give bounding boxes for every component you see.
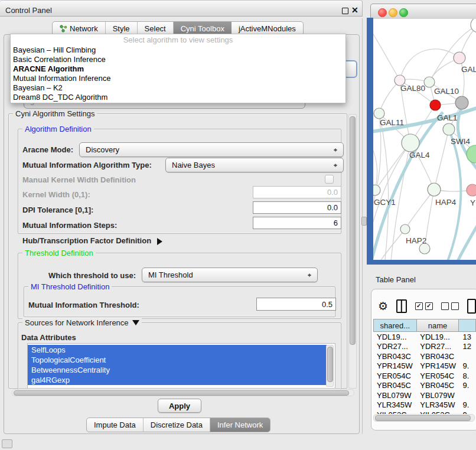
node-gray[interactable] [455, 96, 468, 109]
kernel-width-field[interactable]: 0.0 [253, 186, 341, 198]
control-panel-titlebar [0, 0, 363, 17]
network-edge[interactable] [434, 129, 449, 190]
bottom-tabstrip: Impute DataDiscretize DataInfer Network [86, 418, 270, 432]
aracne-mode-combo[interactable]: Discovery [79, 142, 344, 157]
table-cell: YPR145W [373, 361, 416, 370]
zoom-traffic-icon[interactable] [399, 8, 408, 17]
network-window-titlebar[interactable] [370, 4, 476, 20]
table-row[interactable]: YLR345WYLR345W9. [373, 400, 476, 410]
node-hap2[interactable] [400, 224, 410, 234]
attributes-list-scrollbar[interactable] [326, 345, 334, 387]
attribute-list-item[interactable]: SelfLoops [28, 345, 330, 355]
node-pink[interactable] [467, 184, 476, 196]
table-column-header[interactable]: name [417, 319, 459, 332]
tab-infer-network[interactable]: Infer Network [210, 418, 270, 432]
mi-steps-label: Mutual Information Steps: [22, 221, 117, 230]
tab-discretize-data[interactable]: Discretize Data [144, 418, 210, 432]
minimize-traffic-icon[interactable] [389, 8, 397, 17]
collapse-down-icon[interactable] [132, 320, 139, 329]
table-row[interactable]: YBR045CYBR045C9. [373, 381, 476, 391]
data-attributes-list[interactable]: SelfLoopsTopologicalCoefficientBetweenne… [27, 343, 335, 389]
attribute-list-item[interactable]: BetweennessCentrality [28, 365, 330, 375]
tab-label: Impute Data [94, 420, 136, 429]
tab-impute-data[interactable]: Impute Data [87, 418, 144, 432]
deselect-all-checkboxes-icon[interactable] [441, 302, 459, 310]
table-column-header[interactable]: shared... [373, 319, 417, 332]
dpi-tolerance-label: DPI Tolerance [0,1]: [22, 206, 93, 214]
node-gal4-label: GAL4 [409, 151, 430, 159]
collapsed-panel-icon[interactable] [2, 439, 12, 448]
close-traffic-icon[interactable] [378, 8, 387, 17]
float-window-icon[interactable] [342, 8, 348, 14]
which-threshold-combo[interactable]: MI Threshold [142, 268, 318, 282]
table-row[interactable]: YER054CYER054C8. [373, 371, 476, 381]
node-gal1[interactable] [430, 100, 441, 110]
apply-button[interactable]: Apply [158, 399, 201, 413]
table-cell: YLR345W [416, 400, 459, 409]
settings-horizontal-scrollbar[interactable] [12, 389, 354, 396]
close-icon[interactable]: ✕ [351, 5, 358, 15]
network-edge[interactable] [400, 49, 459, 80]
dropdown-item[interactable]: Basic Correlation Inference [11, 55, 345, 64]
hub-expander[interactable]: Hub/Transcription Factor Definition [22, 236, 166, 245]
table-horizontal-scrollbar[interactable] [373, 414, 475, 422]
dropdown-item[interactable]: Mutual Information Inference [11, 74, 345, 83]
document-icon[interactable] [467, 299, 476, 314]
combo-spinner-icon [333, 162, 338, 169]
node-unlabeled-bottom[interactable] [419, 243, 430, 254]
dropdown-item[interactable]: Dream8 DC_TDC Algorithm [11, 93, 345, 102]
node-gal4[interactable] [402, 134, 419, 152]
settings-vertical-scrollbar[interactable] [348, 114, 357, 389]
node-gal10[interactable] [424, 77, 435, 87]
network-edge[interactable] [405, 190, 434, 229]
table-cell: YDR27... [373, 342, 416, 351]
tab-label: Infer Network [217, 420, 263, 429]
control-panel-title: Control Panel [5, 6, 52, 15]
manual-kernel-checkbox[interactable] [325, 175, 334, 184]
dropdown-item[interactable]: Bayesian – Hill Climbing [11, 45, 345, 55]
table-cell: YLR345W [373, 400, 416, 409]
table-row[interactable]: YPR145WYPR145W9. [373, 361, 476, 371]
network-edge[interactable] [379, 80, 400, 113]
mi-threshold-field[interactable]: 0.5 [256, 298, 336, 311]
node-pink-label: Y [470, 198, 475, 207]
network-edge-highlighted[interactable] [458, 217, 476, 260]
sources-title-label: Sources for Network Inference [25, 318, 129, 327]
mi-steps-field[interactable]: 6 [253, 217, 341, 229]
attribute-list-item[interactable]: gal4RGexp [28, 375, 330, 385]
table-cell: 9. [459, 381, 476, 390]
split-columns-icon[interactable] [396, 299, 407, 313]
table-header-row: shared...name [373, 319, 476, 332]
dpi-tolerance-field[interactable]: 0.0 [253, 201, 341, 214]
dropdown-item[interactable]: Bayesian – K2 [11, 83, 345, 93]
table-row[interactable]: YDL19...YDL19...13 [373, 332, 476, 342]
table-cell: YBL079W [416, 391, 459, 400]
mi-type-combo[interactable]: Naive Bayes [165, 158, 344, 172]
split-pane-handle[interactable] [361, 217, 367, 226]
network-edge[interactable] [373, 30, 400, 80]
attribute-list-item[interactable]: TopologicalCoefficient [28, 355, 330, 365]
table-row[interactable]: YDR27...YDR27...12 [373, 342, 476, 352]
table-column-header[interactable] [459, 319, 476, 332]
manual-kernel-label: Manual Kernel Width Definition [22, 175, 136, 184]
attribute-table[interactable]: shared...name YDL19...YDL19...13YDR27...… [373, 319, 476, 420]
network-edge-highlighted[interactable] [448, 132, 461, 260]
gear-icon[interactable]: ⚙ [378, 301, 388, 312]
table-cell: YER054C [373, 371, 416, 380]
table-row[interactable]: YBR043CYBR043C [373, 351, 476, 361]
node-hap4-label: HAP4 [435, 198, 457, 207]
node-green-large[interactable] [467, 145, 476, 163]
node-swi4[interactable] [443, 123, 455, 135]
node-gcy1[interactable] [373, 185, 380, 195]
node-gal11[interactable] [374, 108, 384, 119]
select-all-checkboxes-icon[interactable]: ✓✓ [415, 302, 433, 310]
table-row[interactable]: YBL079WYBL079W [373, 390, 476, 400]
network-edge[interactable] [373, 143, 377, 190]
node-gal[interactable] [454, 52, 465, 64]
combo-spinner-icon [333, 146, 338, 154]
network-canvas[interactable]: GALGAL80GAL10GAL1GAL11SWI4GAL4GCY1HAP4YH… [373, 19, 476, 260]
network-edge[interactable] [380, 229, 405, 260]
node-unlabeled-top[interactable] [471, 19, 476, 32]
dropdown-item[interactable]: ARACNE Algorithm [11, 64, 345, 74]
node-hap4[interactable] [428, 183, 441, 196]
